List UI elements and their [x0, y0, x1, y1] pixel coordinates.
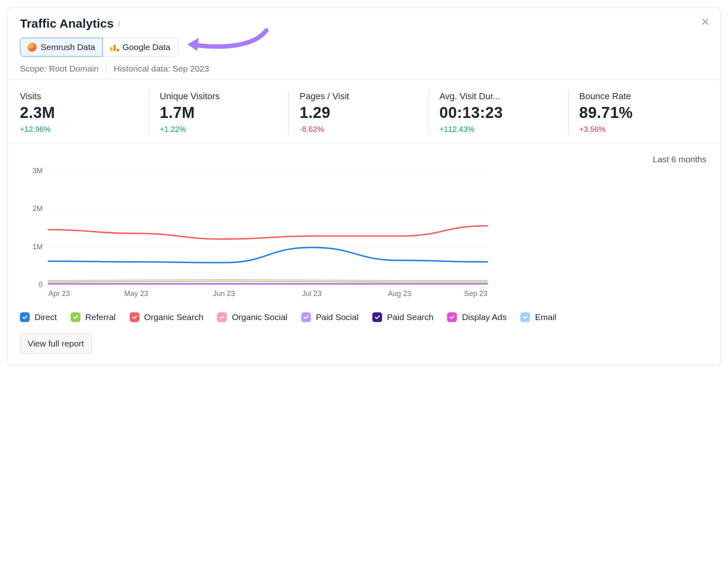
legend-label: Email: [535, 312, 556, 322]
semrush-icon: [28, 43, 37, 52]
svg-text:Sep 23: Sep 23: [464, 290, 487, 298]
panel-header: Traffic Analytics i ✕ Semrush Data Googl…: [8, 8, 720, 80]
checkbox-icon: [20, 312, 30, 322]
annotation-arrow-icon: [185, 26, 274, 59]
metric-card[interactable]: Bounce Rate89.71%+3.56%: [569, 89, 708, 135]
data-source-toggle: Semrush Data Google Data: [20, 38, 178, 57]
metric-value: 2.3M: [20, 104, 138, 122]
metric-delta: +12.96%: [20, 125, 138, 134]
legend-label: Paid Search: [387, 312, 433, 322]
panel-title: Traffic Analytics: [20, 17, 114, 30]
metric-label: Pages / Visit: [300, 91, 418, 102]
scope-meta: Scope: Root Domain Historical data: Sep …: [20, 64, 708, 74]
metric-label: Visits: [20, 91, 138, 102]
separator: [106, 64, 106, 73]
svg-text:Apr 23: Apr 23: [48, 290, 70, 298]
metric-card[interactable]: Pages / Visit1.29-8.62%: [289, 89, 429, 135]
svg-text:Jul 23: Jul 23: [302, 290, 322, 298]
metric-card[interactable]: Avg. Visit Dur...00:13:23+112.43%: [429, 89, 569, 135]
info-icon[interactable]: i: [118, 19, 120, 28]
checkbox-icon: [71, 312, 80, 322]
metric-value: 00:13:23: [439, 104, 558, 122]
checkbox-icon: [520, 312, 530, 322]
checkbox-icon: [130, 312, 139, 322]
traffic-chart: 01M2M3MApr 23May 23Jun 23Jul 23Aug 23Sep…: [20, 167, 491, 301]
google-analytics-icon: [110, 43, 118, 51]
scope-label: Scope: Root Domain: [20, 64, 99, 74]
legend-item[interactable]: Organic Social: [217, 312, 287, 322]
metric-card[interactable]: Visits2.3M+12.96%: [20, 89, 149, 135]
svg-text:May 23: May 23: [124, 290, 148, 298]
metric-delta: +1.22%: [160, 125, 278, 134]
traffic-analytics-panel: Traffic Analytics i ✕ Semrush Data Googl…: [7, 7, 721, 366]
metric-label: Unique Visitors: [160, 91, 278, 102]
legend-item[interactable]: Referral: [71, 312, 116, 322]
legend-item[interactable]: Organic Search: [130, 312, 204, 322]
metric-value: 1.29: [300, 104, 418, 122]
legend-label: Organic Search: [144, 312, 204, 322]
metric-delta: -8.62%: [300, 125, 418, 134]
checkbox-icon: [447, 312, 457, 322]
metric-value: 89.71%: [579, 104, 698, 122]
metric-label: Avg. Visit Dur...: [439, 91, 558, 102]
close-icon[interactable]: ✕: [701, 17, 710, 27]
legend-label: Direct: [35, 312, 57, 322]
svg-text:Aug 23: Aug 23: [388, 290, 411, 298]
legend-label: Paid Social: [316, 312, 359, 322]
legend-item[interactable]: Email: [520, 312, 556, 322]
checkbox-icon: [217, 312, 227, 322]
legend-item[interactable]: Paid Social: [301, 312, 359, 322]
svg-text:1M: 1M: [33, 243, 43, 251]
tab-semrush-data[interactable]: Semrush Data: [20, 38, 103, 57]
chart-section: Last 6 months 01M2M3MApr 23May 23Jun 23J…: [8, 143, 720, 305]
view-full-report-button[interactable]: View full report: [20, 333, 92, 354]
tab-label: Semrush Data: [41, 42, 95, 52]
metric-label: Bounce Rate: [579, 91, 698, 102]
tab-google-data[interactable]: Google Data: [103, 38, 178, 57]
range-label: Last 6 months: [653, 155, 706, 164]
tab-label: Google Data: [122, 42, 170, 52]
svg-text:2M: 2M: [33, 205, 43, 213]
checkbox-icon: [372, 312, 382, 322]
legend-item[interactable]: Direct: [20, 312, 57, 322]
legend-item[interactable]: Paid Search: [372, 312, 433, 322]
legend-label: Display Ads: [462, 312, 506, 322]
chart-legend: DirectReferralOrganic SearchOrganic Soci…: [8, 305, 720, 325]
metric-delta: +3.56%: [579, 125, 698, 134]
svg-text:0: 0: [39, 281, 43, 289]
metrics-row: Visits2.3M+12.96%Unique Visitors1.7M+1.2…: [8, 80, 720, 143]
panel-footer: View full report: [8, 325, 720, 365]
metric-delta: +112.43%: [439, 125, 558, 134]
legend-item[interactable]: Display Ads: [447, 312, 506, 322]
legend-label: Referral: [85, 312, 116, 322]
svg-text:3M: 3M: [33, 167, 43, 175]
metric-card[interactable]: Unique Visitors1.7M+1.22%: [149, 89, 289, 135]
svg-text:Jun 23: Jun 23: [213, 290, 235, 298]
historical-label: Historical data: Sep 2023: [114, 64, 209, 74]
metric-value: 1.7M: [160, 104, 278, 122]
legend-label: Organic Social: [232, 312, 287, 322]
checkbox-icon: [301, 312, 311, 322]
